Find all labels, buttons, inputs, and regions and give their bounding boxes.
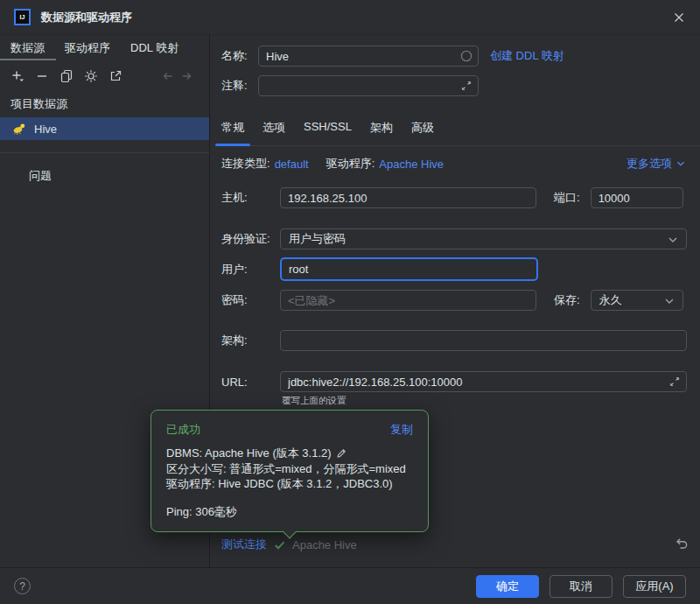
chevron-down-icon (666, 233, 680, 247)
apply-button[interactable]: 应用(A) (623, 575, 686, 598)
copy-link[interactable]: 复制 (390, 422, 413, 438)
spinner-icon (460, 50, 472, 62)
create-ddl-mapping-link[interactable]: 创建 DDL 映射 (490, 48, 564, 64)
tab-options[interactable]: 选项 (256, 114, 291, 145)
connection-type-label: 连接类型: (221, 156, 270, 172)
connection-type-row: 连接类型: default 驱动程序: Apache Hive 更多选项 (221, 156, 687, 172)
ok-button[interactable]: 确定 (476, 575, 539, 598)
intellij-logo-icon: IJ (14, 9, 31, 25)
status-success-label: 已成功 (166, 422, 200, 438)
tab-ddl-mappings[interactable]: DDL 映射 (130, 35, 178, 60)
footer-bar: ? 确定 取消 应用(A) (0, 567, 700, 604)
auth-select[interactable]: 用户与密码 (280, 228, 687, 249)
tab-ssh-ssl[interactable]: SSH/SSL (298, 114, 358, 145)
name-input[interactable] (258, 46, 479, 67)
tab-general[interactable]: 常规 (215, 114, 250, 145)
remove-icon[interactable] (35, 69, 49, 83)
cancel-button[interactable]: 取消 (550, 575, 612, 598)
auth-selected-value: 用户与密码 (289, 231, 346, 247)
comment-label: 注释: (221, 78, 258, 94)
project-data-sources-label: 项目数据源 (0, 90, 209, 117)
datasource-list-item-hive[interactable]: Hive (0, 117, 209, 140)
tab-drivers[interactable]: 驱动程序 (65, 35, 110, 60)
more-options-button[interactable]: 更多选项 (626, 156, 687, 172)
edit-pencil-icon[interactable] (335, 447, 346, 459)
tab-schemas[interactable]: 架构 (364, 114, 399, 145)
password-row: 密码: 保存: 永久 (221, 290, 687, 311)
datasource-item-label: Hive (34, 123, 57, 136)
chevron-down-icon (675, 158, 687, 170)
port-label: 端口: (554, 190, 580, 206)
duplicate-icon[interactable] (60, 69, 74, 83)
ping-line: Ping: 306毫秒 (166, 504, 413, 520)
sidebar-toolbar (0, 60, 209, 90)
check-icon (273, 538, 286, 551)
save-label: 保存: (554, 292, 580, 308)
url-label: URL: (221, 376, 280, 389)
undo-icon[interactable] (673, 536, 689, 551)
add-icon[interactable] (10, 69, 24, 83)
back-icon[interactable] (161, 69, 175, 83)
password-input[interactable] (280, 290, 536, 311)
driver-value-link[interactable]: Apache Hive (379, 158, 444, 171)
host-port-row: 主机: 端口: (221, 187, 687, 208)
driver-label: 驱动程序: (326, 156, 375, 172)
test-connection-link[interactable]: 测试连接 (221, 537, 267, 552)
test-result-popup: 已成功 复制 DBMS: Apache Hive (版本 3.1.2) 区分大小… (150, 410, 429, 532)
user-row: 用户: (221, 257, 687, 281)
tab-advanced[interactable]: 高级 (405, 114, 440, 145)
more-options-label: 更多选项 (626, 156, 672, 172)
case-sensitivity-line: 区分大小写: 普通形式=mixed，分隔形式=mixed (166, 461, 413, 477)
auth-label: 身份验证: (221, 231, 280, 247)
comment-row: 注释: (221, 75, 687, 96)
open-in-new-icon[interactable] (108, 69, 122, 83)
schema-label: 架构: (221, 333, 280, 348)
sidebar-tabs: 数据源 驱动程序 DDL 映射 (0, 35, 209, 60)
chevron-down-icon (662, 294, 676, 308)
settings-tabs: 常规 选项 SSH/SSL 架构 高级 (215, 114, 700, 146)
schema-input[interactable] (280, 330, 687, 351)
driver-version-line: 驱动程序: Hive JDBC (版本 3.1.2，JDBC3.0) (166, 476, 413, 492)
name-label: 名称: (221, 48, 258, 64)
tab-data-sources[interactable]: 数据源 (10, 35, 45, 60)
help-icon[interactable]: ? (14, 578, 31, 594)
url-override-hint: 覆写上面的设置 (282, 395, 346, 407)
name-row: 名称: 创建 DDL 映射 (221, 46, 687, 67)
window-title: 数据源和驱动程序 (41, 10, 132, 25)
data-sources-dialog: IJ 数据源和驱动程序 数据源 驱动程序 DDL 映射 (0, 0, 700, 604)
title-bar: IJ 数据源和驱动程序 (0, 0, 700, 35)
expand-icon[interactable] (668, 376, 681, 388)
port-input[interactable] (591, 187, 683, 208)
connection-type-value-link[interactable]: default (275, 158, 309, 171)
close-icon[interactable] (670, 9, 688, 26)
save-selected-value: 永久 (599, 292, 622, 308)
url-input[interactable] (280, 371, 687, 392)
user-label: 用户: (221, 262, 280, 277)
hive-icon (12, 122, 26, 136)
dbms-line: DBMS: Apache Hive (版本 3.1.2) (166, 446, 332, 461)
comment-input[interactable] (258, 75, 479, 96)
host-label: 主机: (221, 190, 280, 206)
url-row: URL: (221, 371, 687, 392)
host-input[interactable] (280, 187, 536, 208)
password-label: 密码: (221, 292, 280, 308)
save-select[interactable]: 永久 (591, 290, 683, 311)
auth-row: 身份验证: 用户与密码 (221, 228, 687, 249)
forward-icon[interactable] (179, 69, 193, 83)
problems-label: 问题 (0, 153, 209, 184)
schema-row: 架构: (221, 330, 687, 351)
gear-icon[interactable] (84, 69, 98, 83)
expand-icon[interactable] (460, 80, 472, 92)
user-input[interactable] (280, 257, 538, 281)
test-result-label: Apache Hive (292, 538, 357, 551)
